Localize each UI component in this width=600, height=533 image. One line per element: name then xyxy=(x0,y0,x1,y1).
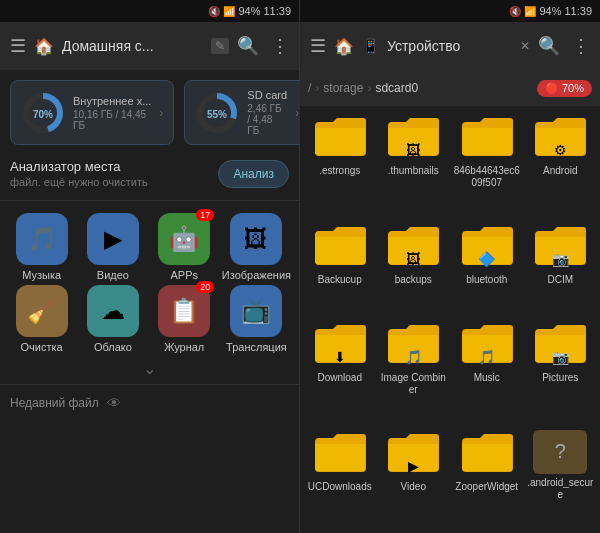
file-name: Video xyxy=(401,481,426,493)
file-item[interactable]: ?.android_secure xyxy=(525,426,597,529)
folder-icon-wrap: 🎵 xyxy=(460,321,514,369)
divider-2 xyxy=(0,384,299,385)
left-header: ☰ 🏠 Домашняя с... ✎ 🔍 ⋮ xyxy=(0,22,299,70)
right-menu-icon[interactable]: ☰ xyxy=(310,35,326,57)
app-icon: 🖼 xyxy=(230,213,282,265)
file-item[interactable]: 🖼.thumbnails xyxy=(378,110,450,217)
folder-svg xyxy=(460,430,514,474)
internal-storage-donut: 70% xyxy=(21,91,65,135)
file-name: .estrongs xyxy=(319,165,360,177)
app-icon: 📺 xyxy=(230,285,282,337)
folder-overlay-icon: 📷 xyxy=(552,251,569,267)
progress-icon: 🔴 xyxy=(545,82,559,95)
bread-storage[interactable]: storage xyxy=(323,81,363,95)
app-icon-wrap: 🖼 xyxy=(230,213,282,265)
app-item[interactable]: 📋20Журнал xyxy=(151,285,218,353)
sdcard-storage-donut: 55% xyxy=(195,91,239,135)
app-label: Облако xyxy=(94,341,132,353)
recent-section: Недавний файл 👁 xyxy=(0,389,299,417)
file-item[interactable]: 846b44643ec609f507 xyxy=(451,110,523,217)
analyzer-section: Анализатор места файл. ещё нужно очистит… xyxy=(0,155,299,196)
right-time: 11:39 xyxy=(564,5,592,17)
internal-storage-arrow: › xyxy=(159,106,163,120)
app-item[interactable]: 🧹Очистка xyxy=(8,285,75,353)
app-item[interactable]: 📺Трансляция xyxy=(222,285,291,353)
app-item[interactable]: ▶Видео xyxy=(79,213,146,281)
app-label: APPs xyxy=(170,269,198,281)
divider-1 xyxy=(0,200,299,201)
file-item[interactable]: 🔷bluetooth xyxy=(451,219,523,314)
folder-svg xyxy=(313,223,367,267)
file-item[interactable]: 🎵Music xyxy=(451,317,523,424)
analyze-button[interactable]: Анализ xyxy=(218,160,289,188)
file-name: DCIM xyxy=(547,274,573,286)
internal-storage-size: 10,16 ГБ / 14,45 ГБ xyxy=(73,109,151,131)
right-home-icon[interactable]: 🏠 xyxy=(334,37,354,56)
bread-sdcard[interactable]: sdcard0 xyxy=(375,81,418,95)
folder-icon-wrap: ⬇ xyxy=(313,321,367,369)
app-item[interactable]: 🖼Изображения xyxy=(222,213,291,281)
sdcard-storage-info: SD card 2,46 ГБ / 4,48 ГБ xyxy=(247,89,287,136)
app-icon: ▶ xyxy=(87,213,139,265)
file-grid: .estrongs🖼.thumbnails846b44643ec609f507⚙… xyxy=(300,106,600,533)
right-close-icon[interactable]: ✕ xyxy=(520,39,530,53)
folder-overlay-icon: ⚙ xyxy=(554,142,567,158)
left-search-icon[interactable]: 🔍 xyxy=(237,35,259,57)
file-name: .thumbnails xyxy=(388,165,439,177)
file-name: bluetooth xyxy=(466,274,507,286)
app-icon-wrap: 🧹 xyxy=(16,285,68,337)
file-item[interactable]: ▶Video xyxy=(378,426,450,529)
analyzer-title: Анализатор места xyxy=(10,159,148,174)
bread-sep-2: › xyxy=(367,81,371,95)
right-search-icon[interactable]: 🔍 xyxy=(538,35,560,57)
analyzer-subtitle: файл. ещё нужно очистить xyxy=(10,176,148,188)
sdcard-storage-arrow: › xyxy=(295,106,299,120)
file-item[interactable]: Backucup xyxy=(304,219,376,314)
file-item[interactable]: 📷Pictures xyxy=(525,317,597,424)
file-name: .android_secure xyxy=(527,477,595,501)
file-item[interactable]: UCDownloads xyxy=(304,426,376,529)
bread-root[interactable]: / xyxy=(308,81,311,95)
app-item[interactable]: 🎵Музыка xyxy=(8,213,75,281)
left-more-icon[interactable]: ⋮ xyxy=(271,35,289,57)
right-more-icon[interactable]: ⋮ xyxy=(572,35,590,57)
file-item[interactable]: ⚙Android xyxy=(525,110,597,217)
file-name: Backucup xyxy=(318,274,362,286)
signal-icon: 📶 xyxy=(223,6,235,17)
app-item[interactable]: ☁Облако xyxy=(79,285,146,353)
badge: 20 xyxy=(196,281,214,293)
app-icon-wrap: ▶ xyxy=(87,213,139,265)
notification-icon: 🔇 xyxy=(208,6,220,17)
right-battery: 94% xyxy=(539,5,561,17)
eye-icon: 👁 xyxy=(107,395,121,411)
internal-storage-card[interactable]: 70% Внутреннее х... 10,16 ГБ / 14,45 ГБ … xyxy=(10,80,174,145)
file-name: backups xyxy=(395,274,432,286)
app-item[interactable]: 🤖17APPs xyxy=(151,213,218,281)
folder-icon-wrap xyxy=(313,223,367,271)
left-status-icons: 🔇 📶 94% 11:39 xyxy=(208,5,291,17)
bread-sep-1: › xyxy=(315,81,319,95)
right-panel: 🔇 📶 94% 11:39 ☰ 🏠 📱 Устройство ✕ 🔍 ⋮ / ›… xyxy=(300,0,600,533)
internal-storage-info: Внутреннее х... 10,16 ГБ / 14,45 ГБ xyxy=(73,95,151,131)
left-home-icon[interactable]: 🏠 xyxy=(34,37,54,56)
sdcard-storage-size: 2,46 ГБ / 4,48 ГБ xyxy=(247,103,287,136)
file-item[interactable]: 🎵Image Combiner xyxy=(378,317,450,424)
folder-icon-wrap xyxy=(460,114,514,162)
file-item[interactable]: ZooperWidget xyxy=(451,426,523,529)
left-menu-icon[interactable]: ☰ xyxy=(10,35,26,57)
sdcard-storage-card[interactable]: 55% SD card 2,46 ГБ / 4,48 ГБ › xyxy=(184,80,310,145)
right-status-bar: 🔇 📶 94% 11:39 xyxy=(300,0,600,22)
recent-label: Недавний файл xyxy=(10,396,99,410)
folder-icon-wrap xyxy=(460,430,514,478)
left-header-title: Домашняя с... xyxy=(62,38,203,54)
storage-section: 70% Внутреннее х... 10,16 ГБ / 14,45 ГБ … xyxy=(0,70,299,155)
chevron-down-icon[interactable]: ⌄ xyxy=(143,359,156,378)
sdcard-storage-name: SD card xyxy=(247,89,287,101)
file-item[interactable]: ⬇Download xyxy=(304,317,376,424)
file-item[interactable]: 📷DCIM xyxy=(525,219,597,314)
file-item[interactable]: 🖼backups xyxy=(378,219,450,314)
analyzer-text: Анализатор места файл. ещё нужно очистит… xyxy=(10,159,148,188)
app-label: Трансляция xyxy=(226,341,287,353)
app-icon-wrap: 🤖17 xyxy=(158,213,210,265)
file-item[interactable]: .estrongs xyxy=(304,110,376,217)
